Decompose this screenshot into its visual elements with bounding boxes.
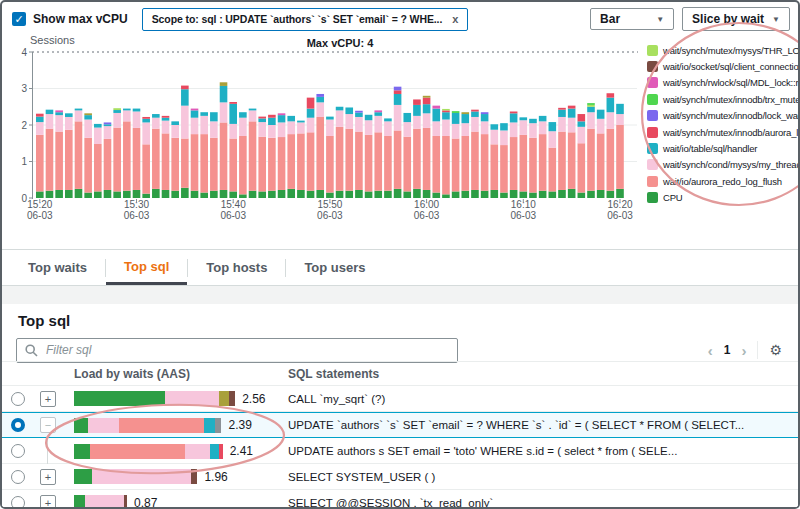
load-by-waits-bar <box>74 391 235 406</box>
load-bar-segment <box>215 418 221 433</box>
load-bar-segment <box>74 418 88 433</box>
page-number[interactable]: 1 <box>724 343 731 357</box>
svg-text:1: 1 <box>21 156 27 167</box>
legend-color-chip <box>647 176 658 187</box>
sql-row-1[interactable]: +2.56CALL `my_sqrt` (?) <box>2 386 798 412</box>
expand-button[interactable]: + <box>40 495 56 509</box>
svg-text:15:50: 15:50 <box>317 199 342 210</box>
show-max-vcpu-checkbox[interactable]: ✓ <box>12 12 26 26</box>
legend-color-chip <box>647 45 658 56</box>
y-axis-title: Sessions <box>30 34 75 46</box>
expand-button[interactable]: + <box>40 469 56 485</box>
legend-color-chip <box>647 77 658 88</box>
row-radio-selected[interactable] <box>11 418 25 432</box>
legend-item: CPU <box>647 190 800 206</box>
load-bar-segment <box>124 495 127 509</box>
svg-text:15:40: 15:40 <box>221 199 246 210</box>
legend-item: wait/synch/cond/mysys/my_thread_var <box>647 157 800 173</box>
settings-gear-icon[interactable]: ⚙ <box>769 343 782 357</box>
legend-label: wait/io/table/sql/handler <box>663 143 757 154</box>
load-value: 2.41 <box>230 444 253 458</box>
legend-label: wait/synch/mutex/mysys/THR_LOCK::mu <box>663 45 800 56</box>
load-bar-segment <box>210 444 219 459</box>
filter-sql-input[interactable] <box>44 342 449 358</box>
scope-filter-chip[interactable]: Scope to: sql : UPDATE `authors` `s` SET… <box>142 8 469 31</box>
load-bar-segment <box>74 444 90 459</box>
row-radio[interactable] <box>11 444 25 458</box>
chart-type-dropdown[interactable]: Bar ▼ <box>590 8 674 30</box>
load-bar-segment <box>204 418 215 433</box>
collapse-button[interactable]: − <box>40 417 56 433</box>
svg-text:06-03: 06-03 <box>607 210 633 221</box>
child-row-connector <box>47 438 48 464</box>
prev-page-button[interactable]: ‹ <box>708 343 713 358</box>
legend-label: wait/io/aurora_redo_log_flush <box>663 176 782 187</box>
load-bar-segment <box>185 444 210 459</box>
legend-label: wait/synch/mutex/innodb/aurora_lock <box>663 127 800 138</box>
load-value: 0.87 <box>134 496 157 509</box>
row-radio[interactable] <box>11 470 25 484</box>
svg-text:06-03: 06-03 <box>511 210 537 221</box>
search-icon <box>25 344 38 357</box>
legend-label: wait/synch/mutex/innodb/lock_wait_m <box>663 110 800 121</box>
scope-filter-close-icon[interactable]: x <box>452 13 458 25</box>
tab-top-sql[interactable]: Top sql <box>106 250 187 285</box>
legend-item: wait/synch/mutex/innodb/lock_wait_m <box>647 108 800 124</box>
tab-top-hosts[interactable]: Top hosts <box>188 250 285 285</box>
load-bar-segment <box>165 391 219 406</box>
slice-by-value: Slice by wait <box>692 12 764 26</box>
load-bar-segment <box>90 444 185 459</box>
chart-type-value: Bar <box>600 12 620 26</box>
legend-color-chip <box>647 143 658 154</box>
filter-searchbox[interactable] <box>16 338 458 363</box>
load-bar-segment <box>74 391 165 406</box>
row-radio[interactable] <box>11 496 25 509</box>
svg-text:06-03: 06-03 <box>124 210 150 221</box>
chevron-down-icon: ▼ <box>772 15 780 24</box>
load-bar-segment <box>88 418 120 433</box>
legend-color-chip <box>647 192 658 203</box>
db-load-chart[interactable]: Sessions Max vCPU: 4 0123415:2006-0315:3… <box>2 32 642 250</box>
legend-item: wait/synch/mutex/innodb/trx_mutex <box>647 91 800 107</box>
svg-text:06-03: 06-03 <box>27 210 53 221</box>
sql-statement-link[interactable]: CALL `my_sqrt` (?) <box>288 393 385 405</box>
load-by-waits-bar <box>74 418 221 433</box>
load-bar-segment <box>219 444 222 459</box>
tab-top-users[interactable]: Top users <box>286 250 383 285</box>
svg-text:06-03: 06-03 <box>414 210 440 221</box>
sql-statement-link[interactable]: UPDATE `authors` `s` SET `email` = ? WHE… <box>288 419 744 431</box>
load-by-waits-bar <box>74 469 197 484</box>
legend-item: wait/synch/mutex/mysys/THR_LOCK::mu <box>647 42 800 58</box>
table-header: Load by waits (AAS) SQL statements <box>2 361 798 386</box>
sql-statement-link[interactable]: SELECT @@SESSION . `tx_read_only` <box>288 497 493 509</box>
load-bar-segment <box>85 495 124 509</box>
expand-button[interactable]: + <box>40 391 56 407</box>
sql-statement-link[interactable]: UPDATE authors s SET email = 'toto' WHER… <box>288 445 677 457</box>
sql-row-4[interactable]: +1.96SELECT SYSTEM_USER ( ) <box>2 464 798 490</box>
svg-text:16:20: 16:20 <box>607 199 632 210</box>
load-bar-segment <box>74 469 92 484</box>
slice-by-dropdown[interactable]: Slice by wait ▼ <box>682 7 790 31</box>
load-by-waits-bar <box>74 444 223 459</box>
legend-color-chip <box>647 94 658 105</box>
sql-row-3[interactable]: 2.41UPDATE authors s SET email = 'toto' … <box>2 438 798 464</box>
tab-top-waits[interactable]: Top waits <box>10 250 105 285</box>
sql-statement-link[interactable]: SELECT SYSTEM_USER ( ) <box>288 471 435 483</box>
svg-text:2: 2 <box>21 120 27 131</box>
legend-label: wait/io/socket/sql/client_connectio <box>663 61 799 72</box>
load-bar-segment <box>191 469 197 484</box>
scope-filter-text: Scope to: sql : UPDATE `authors` `s` SET… <box>152 13 443 25</box>
row-radio[interactable] <box>11 392 25 406</box>
sql-row-2[interactable]: −2.39UPDATE `authors` `s` SET `email` = … <box>2 412 798 438</box>
metric-tabs: Top waitsTop sqlTop hostsTop users <box>2 250 798 286</box>
svg-text:16:00: 16:00 <box>414 199 439 210</box>
sql-row-5[interactable]: +0.87SELECT @@SESSION . `tx_read_only` <box>2 490 798 509</box>
svg-text:4: 4 <box>21 47 27 58</box>
svg-text:06-03: 06-03 <box>317 210 343 221</box>
performance-insights-window: ✓ Show max vCPU Scope to: sql : UPDATE `… <box>0 0 800 509</box>
legend-label: wait/synch/cond/mysys/my_thread_var <box>663 159 800 170</box>
legend-item: wait/io/socket/sql/client_connectio <box>647 58 800 74</box>
next-page-button[interactable]: › <box>741 343 746 358</box>
legend-label: CPU <box>663 192 682 203</box>
load-bar-segment <box>229 391 235 406</box>
